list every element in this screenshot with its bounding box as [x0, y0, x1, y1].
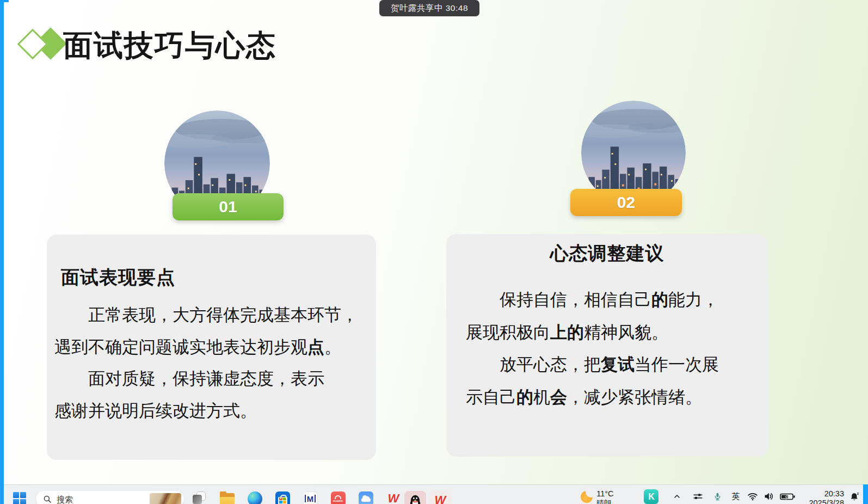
taskbar-right-group: 11°C 晴朗 K 英	[581, 488, 860, 504]
body-text-line: 面对质疑，保持谦虚态度，表示	[54, 363, 381, 395]
card1-body-text: 正常表现，大方得体完成基本环节，遇到不确定问题诚实地表达初步观点。面对质疑，保持…	[54, 299, 381, 427]
microphone-icon	[713, 492, 722, 501]
card1-heading: 面试表现要点	[61, 265, 175, 290]
tray-overflow-button[interactable]	[672, 491, 682, 502]
speaker-icon	[764, 491, 774, 502]
chevron-up-icon	[673, 492, 681, 501]
task-view-button[interactable]	[192, 491, 207, 504]
m-app-button[interactable]: M	[303, 491, 318, 504]
huawei-appgallery-icon: HUAWEI	[331, 491, 346, 504]
file-explorer-button[interactable]	[219, 491, 235, 504]
notification-center-button[interactable]: z	[849, 491, 860, 502]
slide-title: 面试技巧与心态	[63, 26, 276, 66]
svg-text:z: z	[857, 491, 859, 495]
number-badge-02: 02	[570, 189, 682, 216]
clock-date: 2025/3/28	[809, 499, 844, 504]
screen-share-text: 贺叶露共享中 30:48	[391, 3, 468, 14]
wifi-button[interactable]	[747, 491, 758, 502]
edge-browser-button[interactable]	[247, 491, 262, 504]
body-text-line: 展现积极向上的精神风貌。	[466, 316, 760, 349]
presentation-slide: 贺叶露共享中 30:48 面试技巧与心态 01 面试表现要点 正常表现，大方得体…	[0, 0, 868, 484]
card2-body-text: 保持自信，相信自己的能力，展现积极向上的精神风貌。放平心态，把复试当作一次展示自…	[466, 284, 760, 413]
wps365-w-icon: W	[435, 494, 446, 504]
hardware-settings-button[interactable]	[692, 491, 703, 502]
huawei-label: HUAWEI	[333, 499, 343, 502]
microsoft-store-button[interactable]	[275, 491, 290, 504]
weather-condition: 晴朗	[596, 499, 611, 504]
body-text-line: 正常表现，大方得体完成基本环节，	[54, 299, 381, 331]
wps-w-icon: W	[388, 493, 399, 504]
microphone-status-button[interactable]	[712, 491, 723, 502]
moon-icon	[581, 491, 593, 503]
screen: 贺叶露共享中 30:48 面试技巧与心态 01 面试表现要点 正常表现，大方得体…	[0, 0, 868, 504]
share-border-left	[0, 0, 4, 504]
k-app-button[interactable]: K	[644, 489, 658, 504]
battery-button[interactable]	[780, 491, 795, 502]
badge-number: 01	[219, 198, 237, 216]
body-text-line: 放平心态，把复试当作一次展	[466, 348, 760, 381]
search-daily-image[interactable]	[150, 493, 181, 504]
qq-penguin-icon	[408, 493, 422, 504]
m-app-icon: M	[303, 491, 318, 504]
screen-share-badge[interactable]: 贺叶露共享中 30:48	[379, 0, 479, 16]
search-input[interactable]	[57, 495, 138, 504]
share-border-right	[863, 484, 868, 504]
m-app-letter: M	[307, 494, 314, 503]
taskbar-left-group: M HUAWEI W	[12, 491, 451, 504]
wps-office-button[interactable]: W	[386, 491, 401, 504]
edge-icon	[248, 491, 262, 504]
search-box[interactable]	[36, 491, 184, 504]
weather-widget[interactable]: 11°C 晴朗	[581, 489, 613, 504]
qq-app-button[interactable]	[404, 491, 426, 504]
cloud-app-button[interactable]	[358, 491, 373, 504]
badge-number: 02	[617, 193, 635, 212]
taskbar: M HUAWEI W	[0, 484, 868, 504]
battery-charging-icon	[780, 493, 795, 501]
start-button[interactable]	[12, 491, 27, 504]
search-icon	[42, 494, 52, 504]
weather-temperature: 11°C	[596, 489, 613, 499]
body-text-line: 保持自信，相信自己的能力，	[466, 284, 760, 316]
huawei-appgallery-button[interactable]: HUAWEI	[330, 491, 346, 504]
volume-button[interactable]	[764, 491, 774, 502]
input-method-indicator[interactable]: 英	[731, 491, 740, 501]
cloud-icon	[359, 491, 373, 504]
bell-sleep-icon: z	[849, 491, 860, 502]
body-text-line: 遇到不确定问题诚实地表达初步观点。	[54, 331, 381, 364]
wifi-icon	[747, 491, 758, 502]
store-bag-icon	[275, 491, 290, 504]
clock-time: 20:33	[824, 489, 844, 499]
card2-heading: 心态调整建议	[446, 241, 768, 266]
clock-widget[interactable]: 20:33 2025/3/28	[809, 489, 844, 504]
body-text-line: 感谢并说明后续改进方式。	[54, 395, 381, 427]
share-border-top	[0, 0, 9, 2]
windows-logo-icon	[13, 492, 26, 504]
sliders-icon	[693, 491, 703, 502]
diamond-outline-icon	[17, 29, 48, 60]
body-text-line: 示自己的机会，减少紧张情绪。	[466, 381, 760, 414]
folder-icon	[220, 493, 235, 504]
wps365-app-button[interactable]: W	[429, 491, 451, 504]
k-app-icon: K	[648, 492, 655, 502]
number-badge-01: 01	[173, 193, 284, 220]
